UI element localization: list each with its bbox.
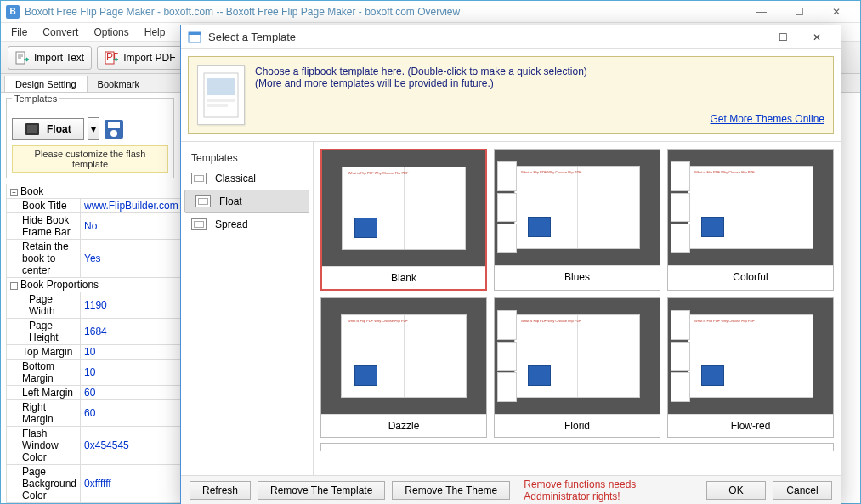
prop-key: Page Width xyxy=(7,292,81,319)
prop-key: Flash Window Color xyxy=(7,427,81,465)
prop-val[interactable]: 60 xyxy=(81,386,183,400)
template-card-blues[interactable]: What is Flip PDF Why Choose Flip PDF Blu… xyxy=(494,149,660,291)
app-icon: B xyxy=(6,5,20,19)
svg-rect-13 xyxy=(207,78,235,95)
template-preview: What is Flip PDF Why Choose Flip PDF xyxy=(495,150,660,265)
prop-val[interactable]: 10 xyxy=(81,360,183,386)
admin-warning: Remove functions needs Addministrator ri… xyxy=(524,479,700,502)
svg-rect-14 xyxy=(207,99,235,102)
refresh-button[interactable]: Refresh xyxy=(190,481,251,500)
prop-val[interactable]: 1684 xyxy=(81,319,183,345)
tab-design-setting[interactable]: Design Setting xyxy=(4,76,88,92)
select-template-dialog: Select a Template ☐ ✕ Choose a flipbook … xyxy=(180,25,841,504)
template-preview: What is Flip PDF Why Choose Flip PDF xyxy=(322,150,485,266)
template-card-colorful[interactable]: What is Flip PDF Why Choose Flip PDF Col… xyxy=(667,149,834,291)
template-dropdown-arrow[interactable]: ▾ xyxy=(88,117,99,140)
group-book: Book xyxy=(20,185,43,197)
sidebar-label: Spread xyxy=(215,218,248,230)
sidebar-item-spread[interactable]: Spread xyxy=(181,213,313,235)
info-box: Choose a flipbook template here. (Double… xyxy=(188,56,834,134)
template-card-blank[interactable]: What is Flip PDF Why Choose Flip PDF Bla… xyxy=(320,149,487,291)
prop-val[interactable]: 1190 xyxy=(81,292,183,319)
template-type-icon xyxy=(191,218,207,230)
dialog-body: Templates Classical Float Spread What is… xyxy=(181,141,841,475)
sidebar-item-classical[interactable]: Classical xyxy=(181,167,313,190)
collapse-icon[interactable]: − xyxy=(10,282,18,290)
minimize-button[interactable]: — xyxy=(743,2,780,22)
prop-val[interactable]: Yes xyxy=(81,240,183,278)
dialog-close-button[interactable]: ✕ xyxy=(800,27,834,48)
remove-template-button[interactable]: Remove The Template xyxy=(258,481,385,500)
dialog-icon xyxy=(188,31,201,44)
template-card-dazzle[interactable]: What is Flip PDF Why Choose Flip PDF Daz… xyxy=(320,297,487,438)
import-pdf-button[interactable]: PDF Import PDF xyxy=(97,46,183,70)
book-icon xyxy=(25,122,40,136)
import-pdf-icon: PDF xyxy=(105,51,118,65)
template-label: Blues xyxy=(495,265,660,288)
dialog-titlebar: Select a Template ☐ ✕ xyxy=(181,25,841,49)
template-select-button[interactable]: Float xyxy=(12,118,84,140)
prop-key: Bottom Margin xyxy=(7,360,81,386)
prop-val[interactable]: 10 xyxy=(81,345,183,360)
prop-key: Retain the book to center xyxy=(7,240,81,278)
template-preview: What is Flip PDF Why Choose Flip PDF xyxy=(495,298,660,414)
prop-key: Book Title xyxy=(7,199,81,213)
cancel-button[interactable]: Cancel xyxy=(773,481,832,500)
sidebar-head: Templates xyxy=(181,149,313,167)
prop-val[interactable]: www.FlipBuilder.com xyxy=(81,199,183,213)
sidebar-item-float[interactable]: Float xyxy=(184,190,309,213)
info-thumb-icon xyxy=(197,65,245,125)
template-preview: What is Flip PDF Why Choose Flip PDF xyxy=(321,298,486,414)
customize-message: Please customize the flash template xyxy=(12,145,168,173)
close-button[interactable]: ✕ xyxy=(818,2,855,22)
info-message: Choose a flipbook template here. (Double… xyxy=(255,65,700,125)
prop-key: Right Margin xyxy=(7,400,81,427)
template-label: Blank xyxy=(322,266,485,289)
template-gallery: What is Flip PDF Why Choose Flip PDF Bla… xyxy=(314,142,841,475)
prop-key: Left Margin xyxy=(7,386,81,400)
sidebar-label: Classical xyxy=(215,173,256,184)
dialog-title: Select a Template xyxy=(208,31,766,43)
menu-file[interactable]: File xyxy=(4,25,34,40)
prop-val[interactable]: 0xffffff xyxy=(81,465,183,503)
collapse-icon[interactable]: − xyxy=(10,189,18,196)
main-titlebar: B Boxoft Free Flip Page Maker - boxoft.c… xyxy=(1,1,860,23)
main-window: B Boxoft Free Flip Page Maker - boxoft.c… xyxy=(0,0,861,504)
get-themes-link[interactable]: Get More Themes Online xyxy=(710,113,824,125)
prop-val[interactable]: No xyxy=(81,213,183,240)
ok-button[interactable]: OK xyxy=(706,481,766,500)
menu-help[interactable]: Help xyxy=(138,25,173,40)
prop-key: Hide Book Frame Bar xyxy=(7,213,81,240)
template-preview: What is Flip PDF Why Choose Flip PDF xyxy=(668,150,833,265)
import-text-icon xyxy=(15,51,29,65)
property-grid[interactable]: −Book Book Titlewww.FlipBuilder.com Hide… xyxy=(6,184,183,503)
prop-val[interactable]: 60 xyxy=(81,400,183,427)
templates-fieldset: Templates Float ▾ Please customize the f… xyxy=(6,98,174,178)
template-card-florid[interactable]: What is Flip PDF Why Choose Flip PDF Flo… xyxy=(494,297,660,438)
remove-theme-button[interactable]: Remove The Theme xyxy=(392,481,510,500)
template-type-icon xyxy=(195,195,211,207)
menu-options[interactable]: Options xyxy=(87,25,135,40)
prop-key: Page Height xyxy=(7,319,81,345)
save-template-icon[interactable] xyxy=(103,118,125,140)
prop-val[interactable]: 0x454545 xyxy=(81,427,183,465)
template-name: Float xyxy=(47,123,71,135)
svg-rect-6 xyxy=(108,122,120,128)
template-label: Flow-red xyxy=(668,414,833,437)
prop-key: Page Background Color xyxy=(7,465,81,503)
template-label: Colorful xyxy=(668,265,833,288)
tab-bookmark[interactable]: Bookmark xyxy=(87,76,151,92)
import-text-button[interactable]: Import Text xyxy=(8,46,92,70)
menu-convert[interactable]: Convert xyxy=(36,25,85,40)
maximize-button[interactable]: ☐ xyxy=(780,2,818,22)
dialog-maximize-button[interactable]: ☐ xyxy=(766,27,800,48)
template-preview: What is Flip PDF Why Choose Flip PDF xyxy=(668,298,833,414)
svg-rect-11 xyxy=(189,32,201,35)
group-proportions: Book Proportions xyxy=(20,279,99,291)
template-card[interactable] xyxy=(320,443,834,451)
sidebar-label: Float xyxy=(219,195,242,207)
svg-point-7 xyxy=(110,130,117,137)
dialog-footer: Refresh Remove The Template Remove The T… xyxy=(181,475,841,504)
template-card-flow-red[interactable]: What is Flip PDF Why Choose Flip PDF Flo… xyxy=(667,297,834,438)
info-line2: (More and more templates will be provide… xyxy=(255,77,700,89)
